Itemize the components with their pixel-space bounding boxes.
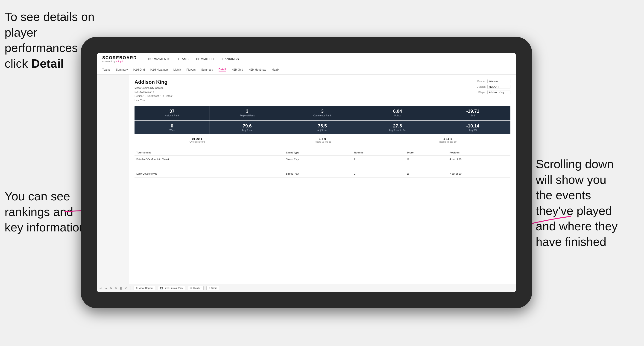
stat-row2-cell-0: 0Wins	[134, 121, 210, 134]
tab-summary[interactable]: Summary	[116, 68, 128, 72]
stat-row2-cell-1: 79.6Avg Score	[210, 121, 285, 134]
stat-row1-cell-1: 3Regional Rank	[210, 106, 285, 120]
logo: SCOREBOARD Powered by clippd	[102, 55, 137, 63]
cell-rounds: 2	[352, 170, 405, 177]
cell-position: 7 out of 20	[448, 170, 510, 177]
gender-filter-row: Gender Women	[474, 79, 510, 83]
player-school: Mesa Community College	[134, 86, 164, 89]
player-year: First Year	[134, 99, 145, 101]
cell-score: 17	[405, 156, 448, 163]
watch-icon: 👁	[190, 287, 192, 289]
records-row: 91-20-1Overall Record1-5-0Record vs top …	[134, 137, 510, 146]
sub-nav: Teams Summary H2H Grid H2H Heatmap Matri…	[97, 65, 516, 75]
zoom-out-icon[interactable]: ⊖	[110, 287, 112, 290]
gender-label: Gender	[474, 80, 486, 83]
record-cell-0: 91-20-1Overall Record	[134, 137, 260, 143]
cell-position: 4 out of 20	[448, 156, 510, 163]
tab-h2h-heatmap[interactable]: H2H Heatmap	[150, 68, 168, 72]
clock-icon[interactable]: ⏱	[125, 287, 128, 290]
nav-tournaments[interactable]: TOURNAMENTS	[146, 57, 170, 61]
cell-tournament: Lady Coyote Invite	[134, 170, 284, 177]
ann-r2: will show you	[536, 173, 606, 186]
nav-committee[interactable]: COMMITTEE	[196, 57, 215, 61]
stat-row2-cell-3: 27.8Avg Score to Par	[360, 121, 435, 134]
cell-score: 16	[405, 170, 448, 177]
ann-r3: the events	[536, 188, 591, 202]
gender-select[interactable]: Women	[488, 79, 510, 83]
tab-h2h-heatmap2[interactable]: H2H Heatmap	[248, 68, 266, 72]
col-score: Score	[405, 150, 448, 156]
toolbar-separator	[130, 286, 131, 290]
stat-row1-cell-4: -19.71SoS	[435, 106, 510, 120]
content-area: Addison King Mesa Community College NJCA…	[129, 75, 516, 284]
player-division: NJCAA Division 1	[134, 91, 154, 93]
ann-r1: Scrolling down	[536, 157, 614, 171]
tab-matrix2[interactable]: Matrix	[272, 68, 280, 72]
tab-detail[interactable]: Detail	[218, 68, 226, 72]
cell-event-type: Stroke Play	[284, 170, 352, 177]
save-icon: 💾	[160, 287, 163, 289]
nav-rankings[interactable]: RANKINGS	[222, 57, 239, 61]
player-header: Addison King Mesa Community College NJCA…	[134, 79, 510, 102]
col-tournament: Tournament	[134, 150, 284, 156]
stat-row2-cell-4: -10.14Avg SG	[435, 121, 510, 134]
layout-icon[interactable]: ▦	[120, 287, 122, 290]
tab-h2h-grid2[interactable]: H2H Grid	[232, 68, 243, 72]
table-spacer-row	[134, 177, 510, 184]
tab-teams[interactable]: Teams	[102, 68, 110, 72]
col-position: Position	[448, 150, 510, 156]
zoom-in-icon[interactable]: ⊕	[115, 287, 117, 290]
col-event-type: Event Type	[284, 150, 352, 156]
stat-row1-cell-3: 6.04Points	[360, 106, 435, 120]
stats-row1: 37National Rank3Regional Rank3Conference…	[134, 106, 510, 120]
top-nav: SCOREBOARD Powered by clippd TOURNAMENTS…	[97, 53, 516, 65]
logo-text: SCOREBOARD	[102, 55, 137, 60]
cell-tournament: Estrella CC- Mountain Classic	[134, 156, 284, 163]
tab-players[interactable]: Players	[186, 68, 196, 72]
table-header-row: Tournament Event Type Rounds Score Posit…	[134, 150, 510, 156]
player-info: Addison King Mesa Community College NJCA…	[134, 79, 172, 102]
division-filter-row: Division NJCAA I	[474, 85, 510, 89]
share-icon: ↗	[208, 287, 210, 289]
division-select[interactable]: NJCAA I	[488, 85, 510, 89]
redo-icon[interactable]: ↪	[104, 287, 107, 290]
stat-row2-cell-2: 78.5Adj Score	[285, 121, 360, 134]
nav-teams[interactable]: TEAMS	[178, 57, 189, 61]
bottom-toolbar: ↩ ↪ ⊖ ⊕ ▦ ⏱ 👁 View: Original 💾 Save Cust…	[97, 284, 516, 292]
tournament-table: Tournament Event Type Rounds Score Posit…	[134, 150, 510, 184]
tablet-frame: SCOREBOARD Powered by clippd TOURNAMENTS…	[80, 37, 532, 308]
tab-summary2[interactable]: Summary	[201, 68, 213, 72]
main-content: Addison King Mesa Community College NJCA…	[97, 75, 516, 284]
watch-button[interactable]: 👁 Watch ▾	[188, 286, 204, 290]
table-row[interactable]: Estrella CC- Mountain Classic Stroke Pla…	[134, 156, 510, 163]
tab-matrix[interactable]: Matrix	[174, 68, 181, 72]
record-cell-1: 1-5-0Record vs top 25	[260, 137, 385, 143]
share-button[interactable]: ↗ Share	[206, 286, 220, 290]
cell-event-type: Stroke Play	[284, 156, 352, 163]
division-label: Division	[474, 85, 486, 88]
table-spacer-row	[134, 163, 510, 170]
view-original-button[interactable]: 👁 View: Original	[134, 286, 155, 290]
player-filter-row: Player Addison King	[474, 90, 510, 94]
player-region: Region 1 - Southwest (18) District	[134, 95, 172, 97]
stat-row1-cell-2: 3Conference Rank	[285, 106, 360, 120]
logo-sub: Powered by clippd	[102, 60, 137, 63]
record-cell-2: 5-11-1Record vs top 50	[385, 137, 510, 143]
main-nav: TOURNAMENTS TEAMS COMMITTEE RANKINGS	[146, 57, 239, 61]
col-rounds: Rounds	[352, 150, 405, 156]
player-filters: Gender Women Division NJCAA I	[474, 79, 510, 102]
undo-icon[interactable]: ↩	[100, 287, 102, 290]
player-select[interactable]: Addison King	[488, 90, 510, 94]
view-icon: 👁	[136, 287, 138, 289]
stats-row2: 0Wins79.6Avg Score78.5Adj Score27.8Avg S…	[134, 121, 510, 134]
save-custom-view-button[interactable]: 💾 Save Custom View	[158, 286, 185, 290]
player-label: Player	[474, 91, 486, 94]
left-sidebar	[97, 75, 129, 284]
tablet-screen: SCOREBOARD Powered by clippd TOURNAMENTS…	[97, 53, 516, 292]
table-row[interactable]: Lady Coyote Invite Stroke Play 2 16 7 ou…	[134, 170, 510, 177]
tab-h2h-grid[interactable]: H2H Grid	[133, 68, 145, 72]
player-name: Addison King	[134, 79, 172, 85]
cell-rounds: 2	[352, 156, 405, 163]
stat-row1-cell-0: 37National Rank	[134, 106, 210, 120]
